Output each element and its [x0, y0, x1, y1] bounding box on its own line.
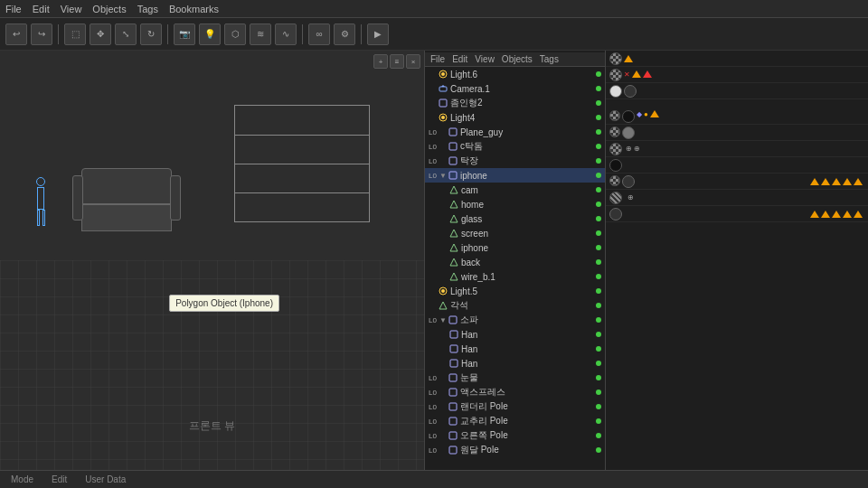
- tree-item-light6[interactable]: Light.6: [425, 67, 605, 81]
- render-settings-button[interactable]: ⚙: [334, 23, 355, 45]
- redo-button[interactable]: ↪: [31, 23, 52, 45]
- tree-item-wire_b1[interactable]: wire_b.1: [425, 269, 605, 284]
- object-tree[interactable]: File Edit View Objects Tags Light.6Camer…: [425, 51, 606, 470]
- tree-item-han2[interactable]: Han: [425, 342, 605, 356]
- tree-item-iphone[interactable]: L0▼iphone: [425, 168, 605, 183]
- tree-dot-visibility-floor_pole[interactable]: [596, 418, 601, 424]
- tree-header-objects[interactable]: Objects: [502, 54, 533, 64]
- select-button[interactable]: ⬚: [64, 23, 86, 45]
- tree-dot-visibility-back[interactable]: [596, 259, 601, 265]
- vp-close-button[interactable]: ×: [406, 54, 420, 69]
- tree-arrow-iphone[interactable]: ▼: [439, 172, 448, 180]
- tree-dot-visibility-sunflower[interactable]: [596, 375, 601, 380]
- tree-item-light4[interactable]: Light4: [425, 110, 605, 125]
- tree-arrow-sofa[interactable]: ▼: [439, 316, 448, 324]
- vp-maximize-button[interactable]: +: [373, 54, 388, 69]
- tree-item-sunflower[interactable]: L0눈물: [425, 371, 605, 385]
- tree-icon-glass: [448, 213, 459, 224]
- tree-item-han3[interactable]: Han: [425, 356, 605, 371]
- tree-dot-visibility-random_pole[interactable]: [596, 404, 601, 409]
- mat-swatch-checker-4: [609, 127, 620, 137]
- tree-dot-visibility-light6[interactable]: [596, 71, 601, 77]
- tree-item-base_pole[interactable]: L0원달 Pole: [425, 443, 605, 457]
- menu-tags[interactable]: Tags: [137, 4, 158, 14]
- menu-bookmarks[interactable]: Bookmarks: [169, 4, 219, 14]
- tree-item-back[interactable]: back: [425, 255, 605, 269]
- spline-button[interactable]: ∿: [275, 23, 297, 45]
- tree-item-screen[interactable]: screen: [425, 226, 605, 240]
- tree-item-camera1[interactable]: Camera.1: [425, 81, 605, 96]
- tree-dots-ctables: [596, 144, 605, 149]
- deformer-button[interactable]: ≋: [250, 23, 271, 45]
- vp-settings-button[interactable]: ≡: [390, 54, 404, 69]
- status-userdata[interactable]: User Data: [81, 474, 129, 484]
- tree-item-glass[interactable]: glass: [425, 211, 605, 226]
- move-button[interactable]: ✥: [90, 23, 111, 45]
- tree-dot-visibility-cam[interactable]: [596, 187, 601, 192]
- menu-file[interactable]: File: [5, 4, 22, 14]
- tree-dot-visibility-glass[interactable]: [596, 216, 601, 221]
- tree-dot-visibility-han2[interactable]: [596, 346, 601, 352]
- status-edit[interactable]: Edit: [48, 474, 71, 484]
- materials-panel[interactable]: ✕ ◆ ●: [606, 51, 868, 470]
- tree-dot-visibility-ctables[interactable]: [596, 144, 601, 149]
- tree-dot-visibility-han3[interactable]: [596, 361, 601, 366]
- tree-dot-visibility-table[interactable]: [596, 158, 601, 164]
- render-button[interactable]: ∞: [308, 23, 330, 45]
- tree-dot-visibility-stand_pole[interactable]: [596, 433, 601, 438]
- status-mode[interactable]: Mode: [7, 474, 37, 484]
- tree-dot-visibility-han1[interactable]: [596, 332, 601, 337]
- tree-item-ctables[interactable]: L0c탁돔: [425, 139, 605, 154]
- tree-item-sofa[interactable]: L0▼소파: [425, 313, 605, 327]
- tree-dot-visibility-home[interactable]: [596, 202, 601, 207]
- tree-dot-visibility-light5[interactable]: [596, 288, 601, 294]
- tree-dot-visibility-camera1[interactable]: [596, 86, 601, 91]
- menu-edit[interactable]: Edit: [33, 4, 50, 14]
- tree-item-stand_pole[interactable]: L0오른쪽 Pole: [425, 428, 605, 443]
- tree-dot-visibility-sofa[interactable]: [596, 317, 601, 323]
- menu-view[interactable]: View: [61, 4, 82, 14]
- tree-header-view[interactable]: View: [475, 54, 495, 64]
- undo-button[interactable]: ↩: [5, 23, 27, 45]
- tree-dot-visibility-iphone[interactable]: [596, 173, 601, 178]
- tree-dot-visibility-base_pole[interactable]: [596, 447, 601, 453]
- tree-item-plane_guy[interactable]: L0Plane_guy: [425, 125, 605, 139]
- tree-item-zombie2[interactable]: 좀인형2: [425, 96, 605, 110]
- tree-icon-stand_pole: [448, 430, 458, 441]
- rotate-button[interactable]: ↻: [140, 23, 162, 45]
- tree-header-edit[interactable]: Edit: [452, 54, 467, 64]
- tree-header-file[interactable]: File: [430, 54, 445, 64]
- tree-item-express[interactable]: L0액스프레스: [425, 385, 605, 399]
- tree-icon-plane_guy: [448, 127, 458, 137]
- tree-item-rock[interactable]: 각석: [425, 298, 605, 313]
- scale-button[interactable]: ⤡: [115, 23, 137, 45]
- object-button[interactable]: ⬡: [224, 23, 246, 45]
- tree-dot-visibility-light4[interactable]: [596, 115, 601, 120]
- tree-dot-visibility-wire_b1[interactable]: [596, 274, 601, 279]
- tree-item-random_pole[interactable]: L0랜더리 Pole: [425, 399, 605, 414]
- tree-dot-visibility-zombie2[interactable]: [596, 100, 601, 106]
- tree-icon-floor_pole: [448, 416, 458, 427]
- tree-dot-visibility-screen[interactable]: [596, 230, 601, 236]
- viewport-3d[interactable]: + ≡ × 프론트 뷰 Polygon: [0, 51, 425, 470]
- tree-item-home[interactable]: home: [425, 197, 605, 211]
- camera-button[interactable]: 📷: [174, 23, 195, 45]
- menu-objects[interactable]: Objects: [92, 4, 126, 14]
- tree-dots-zombie2: [596, 100, 605, 106]
- tree-item-light5[interactable]: Light.5: [425, 284, 605, 298]
- tree-dot-visibility-iphone2[interactable]: [596, 245, 601, 250]
- tree-dot-visibility-express[interactable]: [596, 389, 601, 395]
- shelf-line-1: [235, 135, 369, 136]
- play-button[interactable]: ▶: [367, 23, 389, 45]
- tree-item-floor_pole[interactable]: L0교추리 Pole: [425, 414, 605, 428]
- tree-dot-visibility-rock[interactable]: [596, 303, 601, 308]
- tree-dot-visibility-plane_guy[interactable]: [596, 129, 601, 135]
- light-button[interactable]: 💡: [199, 23, 221, 45]
- tree-header-tags[interactable]: Tags: [540, 54, 559, 64]
- tree-tag-ctables: L0: [429, 143, 437, 151]
- tree-item-han1[interactable]: Han: [425, 327, 605, 342]
- tree-item-iphone2[interactable]: iphone: [425, 240, 605, 255]
- tree-item-table[interactable]: L0탁장: [425, 154, 605, 168]
- tree-tag-base_pole: L0: [429, 446, 437, 455]
- tree-item-cam[interactable]: cam: [425, 183, 605, 197]
